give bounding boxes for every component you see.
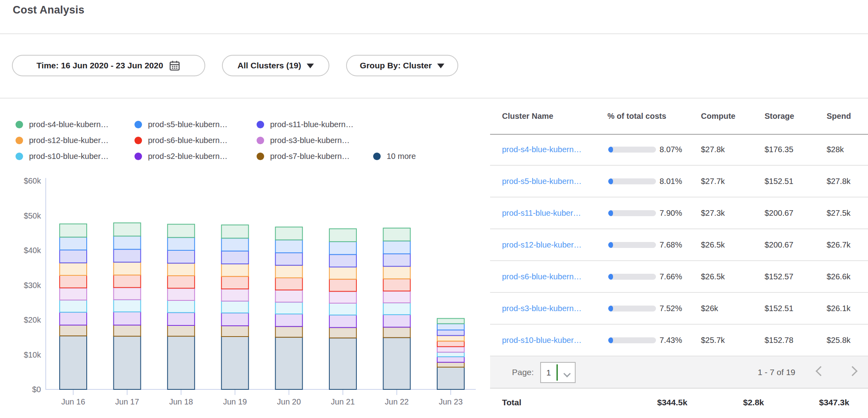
bar-segment: [114, 312, 141, 325]
page-select-value: 1: [541, 363, 556, 382]
compute-value: $26k: [701, 293, 718, 324]
compute-value: $27.7k: [701, 166, 725, 197]
spend-value: $26.6k: [827, 261, 850, 292]
bar-segment: [167, 336, 195, 389]
page-label: Page:: [512, 356, 534, 388]
bar-segment: [114, 336, 141, 389]
pct-progress-bar: [608, 229, 656, 260]
time-range-filter[interactable]: Time: 16 Jun 2020 - 23 Jun 2020: [12, 55, 205, 76]
pct-progress-bar: [608, 166, 656, 197]
y-axis-tick-label: $20k: [24, 315, 41, 324]
bar-jun-16: [60, 224, 87, 390]
table-row: prod-s12-blue-kuber…7.68%$26.5k$200.67$2…: [490, 229, 868, 261]
legend-label: prod-s10-blue-kuber…: [29, 152, 109, 161]
bar-segment: [60, 325, 87, 336]
bar-segment: [167, 224, 195, 237]
column-header-spend[interactable]: Spend: [827, 98, 851, 134]
bar-segment: [114, 249, 141, 262]
bar-jun-17: [114, 223, 141, 389]
bar-segment: [329, 267, 356, 279]
bar-segment: [167, 276, 195, 288]
column-header-cluster-name[interactable]: Cluster Name: [502, 98, 553, 134]
legend-item[interactable]: prod-s5-blue-kubern…: [134, 116, 228, 132]
cluster-name-link[interactable]: prod-s10-blue-kuber…: [502, 325, 582, 356]
legend-item[interactable]: 10 more: [373, 148, 416, 164]
bar-segment: [329, 229, 356, 242]
bar-segment: [275, 327, 302, 337]
pct-value: 8.07%: [660, 134, 682, 165]
pagination-bar: Page: 1 1 - 7 of 19: [490, 356, 868, 389]
legend-item[interactable]: prod-s11-blue-kubern…: [257, 116, 354, 132]
x-axis-tick-label: Jun 17: [115, 397, 139, 406]
legend-item[interactable]: prod-s2-blue-kubern…: [134, 148, 228, 164]
next-page-button[interactable]: [847, 366, 857, 376]
legend-color-dot: [257, 121, 264, 128]
total-label: Total: [502, 389, 522, 416]
cluster-scope-filter[interactable]: All Clusters (19): [222, 55, 329, 76]
y-axis-tick-label: $0: [32, 385, 41, 394]
spend-value: $26.7k: [827, 229, 850, 260]
bar-segment: [114, 300, 141, 312]
column-header-compute[interactable]: Compute: [701, 98, 736, 134]
bar-segment: [167, 313, 195, 325]
bar-segment: [329, 315, 356, 328]
bar-segment: [275, 253, 302, 265]
bar-segment: [60, 224, 87, 237]
legend-label: prod-s5-blue-kubern…: [148, 120, 228, 129]
legend-item[interactable]: prod-s4-blue-kubern…: [16, 116, 109, 132]
pct-progress-bar: [608, 325, 656, 356]
legend-item[interactable]: prod-s6-blue-kubern…: [134, 132, 228, 148]
page-select[interactable]: 1: [540, 362, 576, 383]
cluster-name-link[interactable]: prod-s4-blue-kubern…: [502, 134, 582, 165]
legend-label: prod-s6-blue-kubern…: [148, 136, 228, 145]
bar-jun-20: [275, 227, 302, 389]
legend-label: prod-s11-blue-kubern…: [270, 120, 354, 129]
pct-progress-bar: [608, 261, 656, 292]
storage-value: $152.51: [765, 166, 793, 197]
bar-segment: [114, 236, 141, 249]
column-header-pct-total-costs[interactable]: % of total costs: [607, 98, 666, 134]
legend-label: prod-s3-blue-kubern…: [270, 136, 350, 145]
legend-label: prod-s7-blue-kubern…: [270, 152, 350, 161]
bar-segment: [222, 251, 249, 264]
time-range-label: Time: 16 Jun 2020 - 23 Jun 2020: [37, 61, 163, 70]
storage-value: $152.51: [765, 293, 793, 324]
previous-page-button[interactable]: [815, 366, 825, 376]
table-row: prod-s3-blue-kubern…7.52%$26k$152.51$26.…: [490, 293, 868, 325]
legend-color-dot: [257, 137, 264, 144]
bar-segment: [60, 237, 87, 250]
page-select-cursor: [557, 364, 558, 381]
bar-segment: [329, 291, 356, 303]
header-divider: [0, 33, 868, 34]
bar-segment: [60, 312, 87, 325]
bar-segment: [167, 238, 195, 250]
cluster-name-link[interactable]: prod-s12-blue-kuber…: [502, 229, 582, 260]
cost-table: Cluster Name % of total costs Compute St…: [490, 98, 868, 418]
legend-item[interactable]: prod-s3-blue-kubern…: [257, 132, 350, 148]
bar-segment: [114, 275, 141, 288]
legend-item[interactable]: prod-s12-blue-kuber…: [16, 132, 109, 148]
bar-segment: [383, 279, 410, 291]
cluster-name-link[interactable]: prod-s11-blue-kuber…: [502, 197, 581, 228]
bar-segment: [167, 250, 195, 263]
cluster-scope-label: All Clusters (19): [237, 61, 301, 70]
group-by-filter[interactable]: Group By: Cluster: [346, 55, 458, 76]
legend-item[interactable]: prod-s7-blue-kubern…: [257, 148, 350, 164]
column-header-storage[interactable]: Storage: [765, 98, 794, 134]
bar-segment: [329, 279, 356, 292]
cluster-name-link[interactable]: prod-s3-blue-kubern…: [502, 293, 582, 324]
cluster-name-link[interactable]: prod-s5-blue-kubern…: [502, 166, 582, 197]
pct-progress-bar: [608, 134, 656, 165]
storage-value: $176.35: [765, 134, 793, 165]
bar-segment: [60, 250, 87, 263]
table-row: prod-s6-blue-kubern…7.66%$26.5k$152.57$2…: [490, 261, 868, 293]
bar-segment: [222, 326, 249, 337]
cluster-name-link[interactable]: prod-s6-blue-kubern…: [502, 261, 582, 292]
page-title: Cost Analysis: [13, 4, 84, 16]
x-axis-tick-label: Jun 20: [277, 397, 301, 406]
legend-item[interactable]: prod-s10-blue-kuber…: [16, 148, 109, 164]
storage-value: $200.67: [765, 197, 793, 228]
spend-value: $27.5k: [827, 197, 850, 228]
bar-segment: [222, 289, 249, 301]
x-axis-tick-label: Jun 22: [385, 397, 409, 406]
